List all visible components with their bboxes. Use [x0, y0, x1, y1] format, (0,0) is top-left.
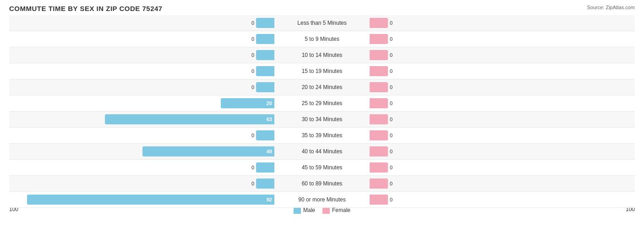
table-row: 4940 to 44 Minutes0 — [9, 144, 635, 160]
female-zero-label: 0 — [390, 20, 393, 26]
table-row: 020 to 24 Minutes0 — [9, 79, 635, 95]
male-bar-section: 0 — [9, 160, 276, 175]
female-stub-bar — [370, 130, 388, 140]
male-bar-section: 0 — [9, 47, 276, 63]
male-bar-section: 0 — [9, 15, 276, 31]
table-row: 9290 or more Minutes0 — [9, 192, 635, 208]
male-stub-bar — [256, 34, 274, 44]
row-label: 25 to 29 Minutes — [276, 100, 368, 106]
row-label: 30 to 34 Minutes — [276, 116, 368, 123]
female-zero-label: 0 — [390, 165, 393, 170]
female-bar-section: 0 — [368, 79, 635, 95]
row-label: 45 to 59 Minutes — [276, 164, 368, 171]
female-stub-bar — [370, 66, 388, 76]
male-bar-value: 92 — [264, 197, 274, 202]
male-stub-bar — [256, 18, 274, 28]
female-stub-bar — [370, 34, 388, 44]
male-zero-label: 0 — [251, 165, 254, 170]
female-stub-bar — [370, 146, 388, 156]
male-bar-section: 0 — [9, 176, 276, 191]
female-zero-label: 0 — [390, 52, 393, 58]
chart-title: COMMUTE TIME BY SEX IN ZIP CODE 75247 — [9, 5, 635, 12]
female-zero-label: 0 — [390, 133, 393, 138]
female-bar-section: 0 — [368, 144, 635, 159]
female-stub-bar — [370, 82, 388, 92]
male-bar-section: 0 — [9, 31, 276, 47]
female-bar-section: 0 — [368, 15, 635, 31]
male-zero-label: 0 — [251, 52, 254, 58]
male-zero-label: 0 — [251, 133, 254, 138]
table-row: 035 to 39 Minutes0 — [9, 128, 635, 144]
female-stub-bar — [370, 179, 388, 189]
male-bar: 20 — [221, 98, 274, 108]
table-row: 010 to 14 Minutes0 — [9, 47, 635, 63]
female-bar-section: 0 — [368, 31, 635, 47]
female-zero-label: 0 — [390, 181, 393, 186]
male-bar-section: 49 — [9, 144, 276, 159]
female-zero-label: 0 — [390, 36, 393, 42]
male-stub-bar — [256, 50, 274, 60]
female-zero-label: 0 — [390, 68, 393, 74]
female-stub-bar — [370, 162, 388, 173]
female-bar-section: 0 — [368, 128, 635, 143]
male-stub-bar — [256, 162, 274, 173]
male-bar-section: 0 — [9, 79, 276, 95]
legend-male-label: Male — [303, 207, 315, 213]
male-bar-value: 63 — [264, 117, 274, 122]
female-zero-label: 0 — [390, 149, 393, 154]
table-row: 045 to 59 Minutes0 — [9, 160, 635, 176]
male-bar-value: 49 — [264, 149, 274, 154]
male-stub-bar — [256, 179, 274, 189]
female-bar-section: 0 — [368, 192, 635, 207]
male-zero-label: 0 — [251, 36, 254, 42]
female-bar-section: 0 — [368, 63, 635, 79]
female-bar-section: 0 — [368, 47, 635, 63]
female-bar-section: 0 — [368, 112, 635, 127]
male-bar: 49 — [142, 146, 274, 156]
male-stub-bar — [256, 66, 274, 76]
male-bar: 63 — [105, 114, 274, 124]
male-zero-label: 0 — [251, 181, 254, 186]
female-zero-label: 0 — [390, 100, 393, 106]
row-label: 90 or more Minutes — [276, 196, 368, 203]
female-zero-label: 0 — [390, 117, 393, 122]
male-zero-label: 0 — [251, 20, 254, 26]
female-stub-bar — [370, 98, 388, 108]
female-stub-bar — [370, 50, 388, 60]
source-label: Source: ZipAtlas.com — [587, 5, 635, 10]
female-bar-section: 0 — [368, 160, 635, 175]
male-bar-section: 20 — [9, 95, 276, 111]
male-bar-section: 63 — [9, 112, 276, 127]
male-bar: 92 — [27, 195, 274, 205]
male-stub-bar — [256, 130, 274, 140]
male-bar-value: 20 — [264, 100, 274, 106]
female-stub-bar — [370, 18, 388, 28]
table-row: 05 to 9 Minutes0 — [9, 31, 635, 47]
legend-female-label: Female — [332, 207, 350, 213]
row-label: 60 to 89 Minutes — [276, 180, 368, 187]
row-label: 20 to 24 Minutes — [276, 84, 368, 90]
male-zero-label: 0 — [251, 68, 254, 74]
row-label: 35 to 39 Minutes — [276, 132, 368, 139]
table-row: 015 to 19 Minutes0 — [9, 63, 635, 79]
chart-area: 0Less than 5 Minutes005 to 9 Minutes0010… — [9, 15, 635, 205]
table-row: 0Less than 5 Minutes0 — [9, 15, 635, 31]
male-bar-section: 92 — [9, 192, 276, 207]
female-stub-bar — [370, 195, 388, 205]
row-label: 15 to 19 Minutes — [276, 68, 368, 74]
female-zero-label: 0 — [390, 84, 393, 90]
table-row: 2025 to 29 Minutes0 — [9, 95, 635, 112]
table-row: 6330 to 34 Minutes0 — [9, 112, 635, 128]
female-bar-section: 0 — [368, 176, 635, 191]
male-stub-bar — [256, 82, 274, 92]
female-stub-bar — [370, 114, 388, 124]
row-label: Less than 5 Minutes — [276, 20, 368, 26]
male-zero-label: 0 — [251, 84, 254, 90]
row-label: 5 to 9 Minutes — [276, 36, 368, 42]
table-row: 060 to 89 Minutes0 — [9, 176, 635, 192]
row-label: 40 to 44 Minutes — [276, 148, 368, 155]
male-bar-section: 0 — [9, 63, 276, 79]
row-label: 10 to 14 Minutes — [276, 52, 368, 58]
chart-container: COMMUTE TIME BY SEX IN ZIP CODE 75247 So… — [0, 0, 644, 240]
female-zero-label: 0 — [390, 197, 393, 202]
